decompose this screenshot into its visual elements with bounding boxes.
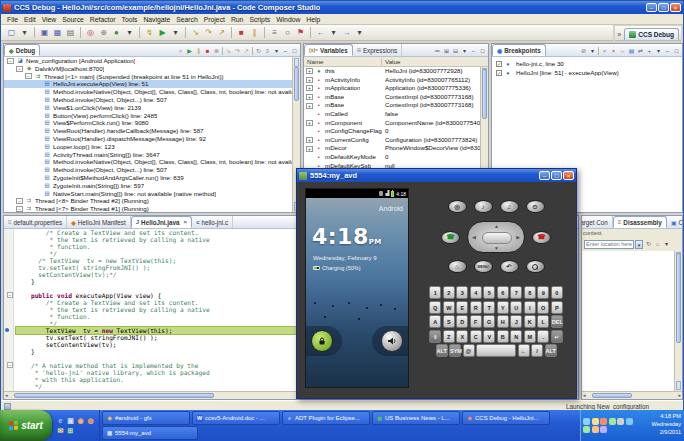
debug-stack-item[interactable]: ▤Method.invokeNative(Object, Object[], C…: [4, 158, 292, 166]
start-button[interactable]: start: [0, 410, 52, 441]
volume-down-button[interactable]: ♪: [474, 200, 493, 213]
call-button[interactable]: ☎: [441, 231, 460, 244]
variable-row[interactable]: +▪mDefaultKeyMode0: [304, 153, 488, 162]
debug-stack-item[interactable]: ▤ZygoteInit.main(String[]) line: 597: [4, 182, 292, 190]
breakpoint-checkbox[interactable]: ✓: [496, 70, 502, 76]
menu-search[interactable]: Search: [173, 16, 201, 23]
key-e[interactable]: E: [456, 301, 468, 314]
key-1[interactable]: 1: [429, 286, 441, 299]
key-s[interactable]: S: [443, 315, 455, 328]
key-.[interactable]: .: [537, 330, 549, 343]
print-icon[interactable]: ▤: [65, 27, 77, 39]
tab-expressions[interactable]: ⊞Expressions: [353, 44, 403, 56]
home-button[interactable]: ⌂: [448, 260, 467, 273]
volume-up-button[interactable]: ♫: [500, 200, 519, 213]
maximize-view-icon[interactable]: □: [290, 46, 299, 56]
skip-all-breakpoints-icon[interactable]: ⊘: [579, 46, 588, 56]
key-2[interactable]: 2: [443, 286, 455, 299]
editor-tab-hello-jni-c[interactable]: chello-jni.c: [192, 216, 233, 228]
scrollbar-thumb[interactable]: [676, 253, 681, 343]
key-y[interactable]: Y: [497, 301, 509, 314]
back-button[interactable]: ↶: [500, 260, 519, 273]
remove-all-icon[interactable]: ×: [609, 46, 618, 56]
key-w[interactable]: W: [443, 301, 455, 314]
scrollbar-thumb[interactable]: [592, 393, 632, 398]
tab-breakpoints[interactable]: ◉ Breakpoints: [492, 44, 546, 56]
minimize-button[interactable]: –: [646, 3, 657, 12]
key-slash[interactable]: /: [531, 344, 543, 357]
dpad-center-button[interactable]: [482, 232, 512, 244]
step-return-icon[interactable]: ↗: [242, 46, 251, 56]
key-k[interactable]: K: [524, 315, 536, 328]
gutter-cell[interactable]: [4, 264, 13, 271]
key-f[interactable]: F: [470, 315, 482, 328]
location-dropdown-icon[interactable]: ▾: [635, 240, 643, 249]
tree-expander-icon[interactable]: +: [306, 94, 313, 100]
end-call-button[interactable]: ☎: [532, 231, 551, 244]
variable-row[interactable]: +▪mComponentComponentName (id=8300077540…: [304, 119, 488, 128]
search-button[interactable]: [526, 260, 545, 273]
gutter-cell[interactable]: [4, 229, 13, 236]
collapse-all-icon[interactable]: ⊟: [451, 46, 460, 56]
step-over-icon[interactable]: ↷: [203, 27, 215, 39]
editor-tab-hellojni-manifest[interactable]: ◆HelloJni Manifest: [67, 216, 131, 228]
menu-navigate[interactable]: Navigate: [140, 16, 173, 23]
dpad-down-icon[interactable]: ▼: [494, 245, 499, 251]
emulator-titlebar[interactable]: 5554:my_avd –□×: [297, 169, 576, 182]
dpad[interactable]: ▲ ▼ ◀ ▶: [467, 221, 525, 253]
remove-all-terminated-icon[interactable]: ×: [176, 46, 185, 56]
location-input[interactable]: [584, 240, 634, 249]
editor-gutter[interactable]: −→−: [4, 229, 14, 391]
terminate-icon[interactable]: ■: [236, 27, 248, 39]
menu-run[interactable]: Run: [228, 16, 246, 23]
show-type-names-icon[interactable]: ≔: [433, 46, 442, 56]
disassembly-hscrollbar[interactable]: [582, 391, 682, 399]
forward-icon[interactable]: →: [341, 27, 353, 39]
key-h[interactable]: H: [497, 315, 509, 328]
gutter-cell[interactable]: [4, 313, 13, 320]
variable-row[interactable]: +▪mBaseContextImpl (id=830007773168): [304, 93, 488, 102]
gutter-cell[interactable]: [4, 250, 13, 257]
view-menu-icon[interactable]: ▾: [272, 46, 281, 56]
debug-stack-item[interactable]: −◆DalvikVM[localhost:8700]: [4, 65, 292, 73]
show-supported-icon[interactable]: ↔: [618, 46, 627, 56]
variable-row[interactable]: +▪mDecorPhoneWindow$DecorView (id=830007…: [304, 144, 488, 153]
gutter-cell[interactable]: [4, 243, 13, 250]
gutter-cell[interactable]: [4, 278, 13, 285]
menu-project[interactable]: Project: [201, 16, 228, 23]
breakpoint-item[interactable]: ✓●hello-jni.c, line 30: [492, 59, 682, 68]
maximize-view-icon[interactable]: □: [672, 46, 681, 56]
suspend-icon[interactable]: ∥: [249, 27, 261, 39]
menu-refactor[interactable]: Refactor: [87, 16, 119, 23]
breakpoint-item[interactable]: ✓●HelloJni [line: 51] - executeApp(View): [492, 68, 682, 77]
key-z[interactable]: Z: [443, 330, 455, 343]
key-n[interactable]: N: [510, 330, 522, 343]
debug-stack-item[interactable]: −⇉Thread [<1> main] (Suspended (breakpoi…: [4, 73, 292, 81]
tab-console[interactable]: ▣Console: [667, 216, 683, 228]
key-6[interactable]: 6: [497, 286, 509, 299]
dpad-left-icon[interactable]: ◀: [472, 234, 476, 240]
key-l[interactable]: L: [537, 315, 549, 328]
link-with-debug-icon[interactable]: ⇄: [636, 46, 645, 56]
antivirus-tray-icon[interactable]: [600, 418, 607, 425]
step-into-icon[interactable]: ↘: [224, 46, 233, 56]
key-g[interactable]: G: [483, 315, 495, 328]
close-button[interactable]: ×: [670, 3, 681, 12]
network-tray-icon[interactable]: [583, 418, 590, 425]
phone-screen[interactable]: ▟ 4:18 Android 4:18PM Wednesday, Februar…: [305, 188, 409, 388]
view-menu-icon[interactable]: ▾: [460, 46, 469, 56]
tree-expander-icon[interactable]: +: [306, 85, 313, 91]
sound-slider[interactable]: [372, 326, 408, 356]
tree-expander-icon[interactable]: +: [306, 103, 313, 109]
key-sym[interactable]: SYM: [449, 344, 461, 357]
debug-stack-item[interactable]: ▤View$PerformClick.run() line: 9080: [4, 119, 292, 127]
close-tab-icon[interactable]: ×: [184, 219, 188, 225]
key-o[interactable]: O: [537, 301, 549, 314]
variable-row[interactable]: +▪mBaseContextImpl (id=830007773168): [304, 101, 488, 110]
gutter-cell[interactable]: [4, 285, 13, 292]
key-0[interactable]: 0: [551, 286, 563, 299]
debug-stack-item[interactable]: ▤ActivityThread.main(String[]) line: 364…: [4, 151, 292, 159]
key-a[interactable]: A: [429, 315, 441, 328]
menu-window[interactable]: Window: [273, 16, 303, 23]
usb-tray-icon[interactable]: [617, 418, 624, 425]
